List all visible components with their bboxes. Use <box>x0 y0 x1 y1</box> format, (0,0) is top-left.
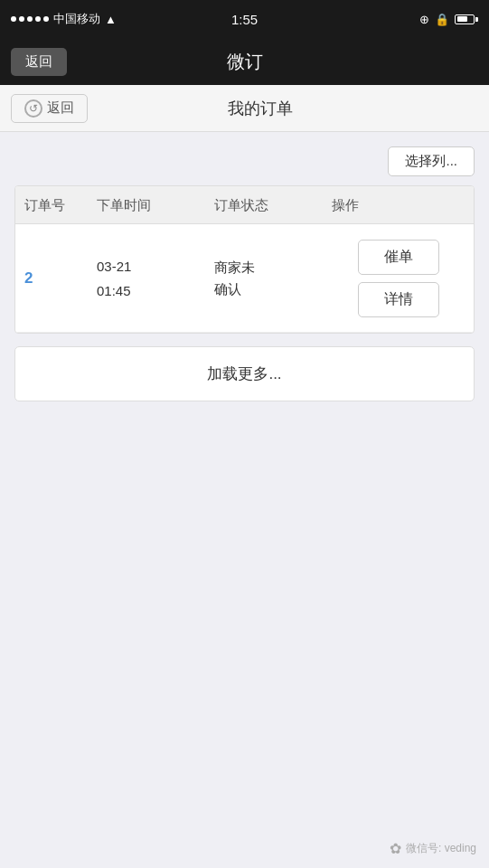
nav-bar: 返回 微订 <box>0 38 489 85</box>
table-header: 订单号 下单时间 订单状态 操作 <box>15 186 474 224</box>
order-status-line2: 确认 <box>214 281 241 297</box>
footer-text: 微信号: veding <box>406 841 476 856</box>
order-status: 商家未 确认 <box>214 257 332 300</box>
wechat-icon: ✿ <box>390 840 401 857</box>
table-header-order-num: 订单号 <box>24 195 97 214</box>
order-time-line2: 01:45 <box>97 283 131 298</box>
status-bar-time: 1:55 <box>231 12 258 27</box>
order-table: 订单号 下单时间 订单状态 操作 2 03-21 01:45 商家未 确认 催单… <box>14 185 475 334</box>
action-column: 催单 详情 <box>332 240 465 317</box>
status-bar-right: ⊕ 🔒 <box>419 13 478 26</box>
select-columns-row: 选择列... <box>14 146 475 176</box>
remind-button[interactable]: 催单 <box>358 240 439 275</box>
select-columns-button[interactable]: 选择列... <box>388 146 475 176</box>
order-status-line1: 商家未 <box>214 259 255 275</box>
status-bar-left: 中国移动 ▲ <box>11 11 117 27</box>
sub-back-label: 返回 <box>47 99 74 117</box>
table-row: 2 03-21 01:45 商家未 确认 催单 详情 <box>15 224 474 333</box>
signal-dots <box>11 16 49 22</box>
table-header-order-time: 下单时间 <box>97 195 214 214</box>
order-number: 2 <box>24 269 97 288</box>
sub-nav-title: 我的订单 <box>97 98 478 119</box>
detail-button[interactable]: 详情 <box>358 282 439 317</box>
sub-back-button[interactable]: ↺ 返回 <box>11 94 88 123</box>
content-area: 选择列... 订单号 下单时间 订单状态 操作 2 03-21 01:45 商家… <box>0 132 489 416</box>
load-more-button[interactable]: 加载更多... <box>14 346 475 401</box>
order-time: 03-21 01:45 <box>97 254 214 303</box>
table-header-order-status: 订单状态 <box>214 195 332 214</box>
table-header-action: 操作 <box>332 195 465 214</box>
nav-back-button[interactable]: 返回 <box>11 48 67 76</box>
battery-icon <box>455 14 478 24</box>
order-time-line1: 03-21 <box>97 259 131 274</box>
lock-icon: 🔒 <box>435 13 449 26</box>
wifi-icon: ▲ <box>105 13 117 26</box>
back-circle-icon: ↺ <box>24 99 42 118</box>
load-more-row: 加载更多... <box>14 346 475 401</box>
status-bar: 中国移动 ▲ 1:55 ⊕ 🔒 <box>0 0 489 38</box>
globe-icon: ⊕ <box>419 13 429 26</box>
sub-nav-bar: ↺ 返回 我的订单 <box>0 85 489 132</box>
footer: ✿ 微信号: veding <box>390 840 476 857</box>
nav-title: 微订 <box>227 50 263 74</box>
carrier-label: 中国移动 <box>53 11 100 27</box>
